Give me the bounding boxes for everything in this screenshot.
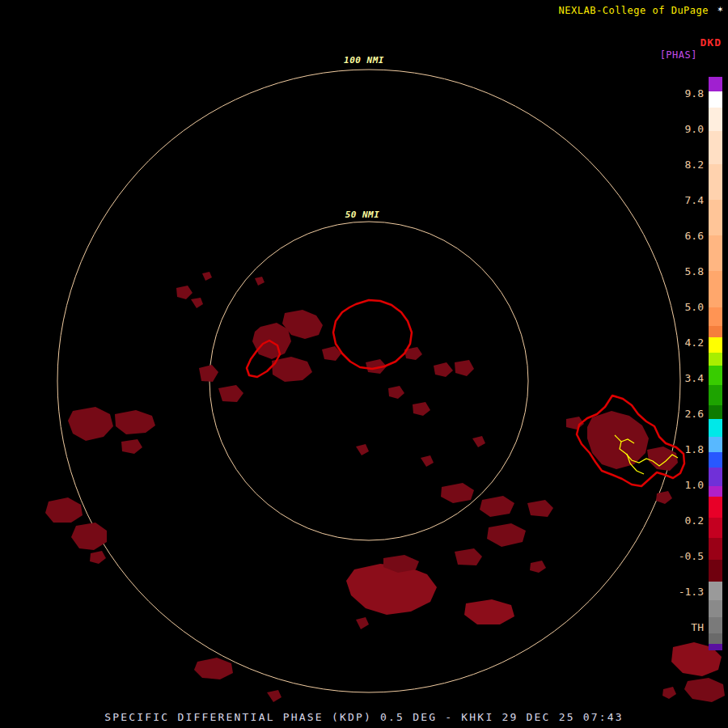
colorbar-segment [709,468,722,486]
colorbar-segment [709,353,722,366]
radar-echo [356,444,369,455]
colorbar-segment [709,497,722,518]
radar-echo [527,500,553,517]
colorbar-segment [709,131,722,164]
radar-echo [421,455,434,467]
radar-echo [472,436,485,447]
colorbar-segment [709,437,722,452]
radar-echo [647,447,678,471]
colorbar-segment [709,617,722,633]
colorbar-segment [709,108,722,131]
colorbar-segment [709,600,722,617]
colorbar-segment [709,164,722,200]
colorbar-segment [709,77,722,91]
radar-echo [218,385,243,402]
radar-echo [115,410,155,434]
radar-echo [68,407,113,441]
radar-echo [121,439,142,454]
colorbar-segment [709,337,722,353]
radar-echo [272,357,312,382]
colorbar-segment [709,200,722,235]
radar-echo [267,690,281,702]
radar-echo [662,687,676,699]
colorbar-segment [709,644,722,650]
radar-echo [45,497,83,523]
colorbar-segment [709,452,722,468]
colorbar-segment [709,91,722,108]
radar-canvas [0,0,728,728]
colorbar-segment [709,271,722,307]
radar-display-page: { "header": { "brand": "NEXLAB-College o… [0,0,728,728]
radar-echo [464,599,514,624]
radar-echo [90,551,106,564]
radar-echo [530,561,546,573]
radar-echo [346,564,437,615]
radar-echo [356,617,369,629]
radar-echo [487,523,526,547]
colorbar-segment [709,326,722,337]
radar-echo [455,360,474,376]
radar-echo [413,402,430,416]
radar-echo [176,286,193,299]
radar-echo [656,491,672,504]
radar-echo [455,548,482,565]
radar-echo [480,496,514,517]
colorbar-segment [709,419,722,437]
radar-echo [441,483,474,503]
radar-echo [587,411,649,469]
colorbar-segment [709,486,722,497]
range-ring [210,222,528,540]
colorbar-segment [709,385,722,405]
colorbar-segment [709,235,722,271]
colorbar-segment [709,366,722,385]
radar-echo [194,658,233,679]
colorbar-segment [709,307,722,326]
radar-echo [684,678,725,702]
colorbar-segment [709,538,722,560]
colorbar-segment [709,582,722,600]
radar-echo [71,523,107,550]
island-outline-kauai [333,300,412,369]
radar-echo [199,365,218,382]
colorbar-segment [709,633,722,644]
colorbar-segment [709,560,722,582]
radar-echo [202,272,212,281]
colorbar-segment [709,405,722,419]
radar-echo [191,298,203,308]
radar-echo [255,277,265,286]
radar-echo [434,362,453,377]
radar-echo [388,386,404,399]
colorbar-segment [709,518,722,538]
